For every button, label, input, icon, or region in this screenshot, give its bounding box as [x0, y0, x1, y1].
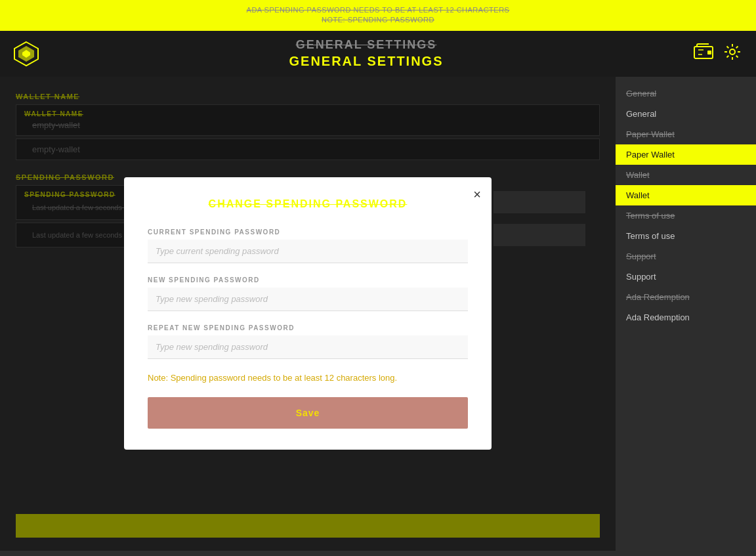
repeat-password-input[interactable] — [148, 335, 468, 359]
sidebar-item-ada-2[interactable]: Ada Redemption — [616, 307, 756, 328]
svg-point-7 — [730, 49, 735, 54]
sidebar-item-terms-2[interactable]: Terms of use — [616, 226, 756, 246]
modal-overlay: × CHANGE SPENDING PASSWORD CURRENT SPEND… — [0, 77, 616, 551]
settings-icon — [722, 41, 743, 62]
modal-title-strike: CHANGE SPENDING PASSWORD — [148, 198, 468, 210]
svg-rect-4 — [707, 51, 711, 54]
sidebar: General General Paper Wallet Paper Walle… — [616, 77, 756, 551]
new-password-label: NEW SPENDING PASSWORD — [148, 276, 468, 284]
current-password-label: CURRENT SPENDING PASSWORD — [148, 228, 468, 236]
header: GENERAL SETTINGS GENERAL SETTINGS — [0, 31, 756, 77]
modal-dialog: × CHANGE SPENDING PASSWORD CURRENT SPEND… — [124, 177, 492, 450]
wallet-icon-button[interactable] — [693, 41, 714, 66]
header-title-text-2: GENERAL SETTINGS — [39, 53, 693, 70]
main-layout: WALLET NAME WALLET NAME empty-wallet emp… — [0, 77, 756, 551]
app-logo-icon — [13, 41, 39, 67]
repeat-password-field: REPEAT NEW SPENDING PASSWORD — [148, 324, 468, 359]
header-title: GENERAL SETTINGS GENERAL SETTINGS — [39, 37, 693, 70]
sidebar-item-general-2[interactable]: General — [616, 104, 756, 124]
sidebar-item-support-1[interactable]: Support — [616, 246, 756, 267]
sidebar-item-wallet-1[interactable]: Wallet — [616, 165, 756, 185]
modal-close-button[interactable]: × — [473, 188, 481, 201]
sidebar-item-general-1[interactable]: General — [616, 83, 756, 104]
header-title-text-1: GENERAL SETTINGS — [39, 37, 693, 53]
banner-line1: ADA SPENDING PASSWORD NEEDS TO BE AT LEA… — [0, 5, 756, 15]
new-password-field: NEW SPENDING PASSWORD — [148, 276, 468, 311]
content-area: WALLET NAME WALLET NAME empty-wallet emp… — [0, 77, 616, 551]
svg-line-15 — [727, 55, 729, 57]
sidebar-item-wallet-2[interactable]: Wallet — [616, 185, 756, 205]
sidebar-item-paper-wallet-2[interactable]: Paper Wallet — [616, 144, 756, 165]
svg-line-13 — [736, 55, 738, 57]
new-password-input[interactable] — [148, 288, 468, 311]
current-password-field: CURRENT SPENDING PASSWORD — [148, 228, 468, 263]
sidebar-item-terms-1[interactable]: Terms of use — [616, 205, 756, 226]
logo — [13, 41, 39, 67]
settings-icon-button[interactable] — [722, 41, 743, 66]
current-password-input[interactable] — [148, 240, 468, 263]
sidebar-item-ada-1[interactable]: Ada Redemption — [616, 287, 756, 307]
sidebar-item-paper-wallet-1[interactable]: Paper Wallet — [616, 124, 756, 144]
banner-line2: NOTE: SPENDING PASSWORD — [0, 15, 756, 25]
wallet-icon — [693, 41, 714, 62]
svg-line-12 — [727, 46, 729, 48]
svg-line-14 — [736, 46, 738, 48]
header-icons — [693, 41, 743, 66]
top-banner: ADA SPENDING PASSWORD NEEDS TO BE AT LEA… — [0, 0, 756, 31]
sidebar-item-support-2[interactable]: Support — [616, 267, 756, 287]
repeat-password-label: REPEAT NEW SPENDING PASSWORD — [148, 324, 468, 331]
modal-save-button[interactable]: Save — [148, 397, 468, 429]
modal-note: Note: Spending password needs to be at l… — [148, 372, 468, 384]
